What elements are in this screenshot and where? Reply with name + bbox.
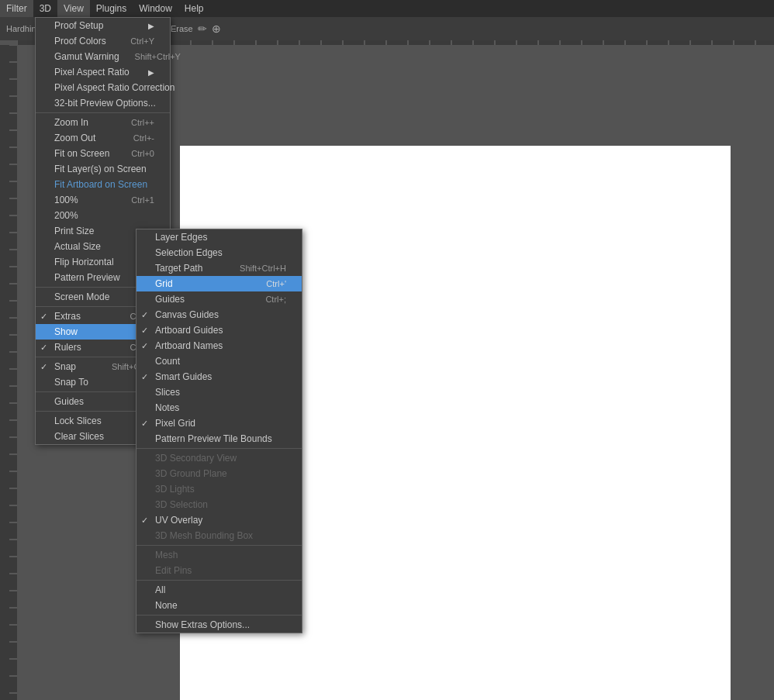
eraser-icon: ⊕ [212, 22, 221, 35]
show-notes[interactable]: Notes [136, 400, 302, 416]
sep-1 [36, 112, 170, 113]
menubar-3d[interactable]: 3D [33, 0, 57, 17]
show-none[interactable]: None [136, 598, 302, 613]
svg-rect-55 [0, 45, 17, 700]
show-sep-1 [136, 448, 302, 449]
menu-100pct[interactable]: 100% Ctrl+1 [36, 192, 170, 208]
show-grid[interactable]: Grid Ctrl+' [136, 276, 302, 291]
show-3d-selection[interactable]: 3D Selection [136, 497, 302, 512]
show-edit-pins[interactable]: Edit Pins [136, 563, 302, 578]
menu-fit-screen[interactable]: Fit on Screen Ctrl+0 [36, 146, 170, 161]
show-sep-4 [136, 615, 302, 616]
show-extras-options[interactable]: Show Extras Options... [136, 617, 302, 633]
show-sep-2 [136, 545, 302, 546]
menu-fit-layers[interactable]: Fit Layer(s) on Screen [36, 161, 170, 177]
menu-200pct[interactable]: 200% [36, 208, 170, 223]
show-layer-edges[interactable]: Layer Edges [136, 229, 302, 245]
show-canvas-guides[interactable]: ✓ Canvas Guides [136, 307, 302, 322]
pixel-grid-check: ✓ [141, 419, 148, 429]
menubar-plugins[interactable]: Plugins [90, 0, 133, 17]
show-pattern-preview-tile[interactable]: Pattern Preview Tile Bounds [136, 431, 302, 447]
show-smart-guides[interactable]: ✓ Smart Guides [136, 369, 302, 384]
uv-overlay-check: ✓ [141, 516, 148, 526]
snap-check: ✓ [40, 362, 47, 372]
menubar: Filter 3D View Plugins Window Help [0, 0, 774, 17]
ruler-vertical [0, 45, 17, 700]
menu-gamut-warning[interactable]: Gamut Warning Shift+Ctrl+Y [36, 49, 170, 64]
show-count[interactable]: Count [136, 353, 302, 369]
extras-check: ✓ [40, 312, 47, 322]
proof-setup-arrow: ▶ [148, 22, 154, 30]
show-all[interactable]: All [136, 582, 302, 598]
show-3d-lights[interactable]: 3D Lights [136, 481, 302, 497]
show-guides[interactable]: Guides Ctrl+; [136, 291, 302, 307]
show-sep-3 [136, 580, 302, 581]
menu-proof-colors[interactable]: Proof Colors Ctrl+Y [36, 33, 170, 49]
rulers-check: ✓ [40, 343, 47, 353]
show-slices[interactable]: Slices [136, 384, 302, 400]
smart-guides-check: ✓ [141, 372, 148, 382]
show-artboard-guides[interactable]: ✓ Artboard Guides [136, 322, 302, 338]
canvas-guides-check: ✓ [141, 310, 148, 320]
show-artboard-names[interactable]: ✓ Artboard Names [136, 338, 302, 353]
show-3d-mesh-bounding[interactable]: 3D Mesh Bounding Box [136, 528, 302, 543]
menu-32bit-preview[interactable]: 32-bit Preview Options... [36, 95, 170, 111]
menu-pixel-aspect-ratio[interactable]: Pixel Aspect Ratio ▶ [36, 64, 170, 80]
menu-proof-setup[interactable]: Proof Setup ▶ [36, 18, 170, 33]
menu-fit-artboard[interactable]: Fit Artboard on Screen [36, 177, 170, 192]
show-3d-ground-plane[interactable]: 3D Ground Plane [136, 466, 302, 481]
par-arrow: ▶ [148, 68, 154, 77]
menubar-help[interactable]: Help [178, 0, 210, 17]
menubar-window[interactable]: Window [133, 0, 178, 17]
menu-par-correction[interactable]: Pixel Aspect Ratio Correction [36, 80, 170, 95]
menubar-view[interactable]: View [57, 0, 90, 17]
show-3d-secondary[interactable]: 3D Secondary View [136, 450, 302, 466]
menu-zoom-in[interactable]: Zoom In Ctrl++ [36, 115, 170, 130]
show-uv-overlay[interactable]: ✓ UV Overlay [136, 512, 302, 528]
show-mesh[interactable]: Mesh [136, 547, 302, 563]
pencil-icon: ✏ [198, 22, 207, 35]
artboard-guides-check: ✓ [141, 326, 148, 336]
show-pixel-grid[interactable]: ✓ Pixel Grid [136, 416, 302, 431]
show-selection-edges[interactable]: Selection Edges [136, 245, 302, 260]
menubar-filter[interactable]: Filter [0, 0, 33, 17]
show-submenu: Layer Edges Selection Edges Target Path … [136, 229, 302, 633]
show-target-path[interactable]: Target Path Shift+Ctrl+H [136, 260, 302, 276]
artboard-names-check: ✓ [141, 341, 148, 351]
menu-zoom-out[interactable]: Zoom Out Ctrl+- [36, 130, 170, 146]
